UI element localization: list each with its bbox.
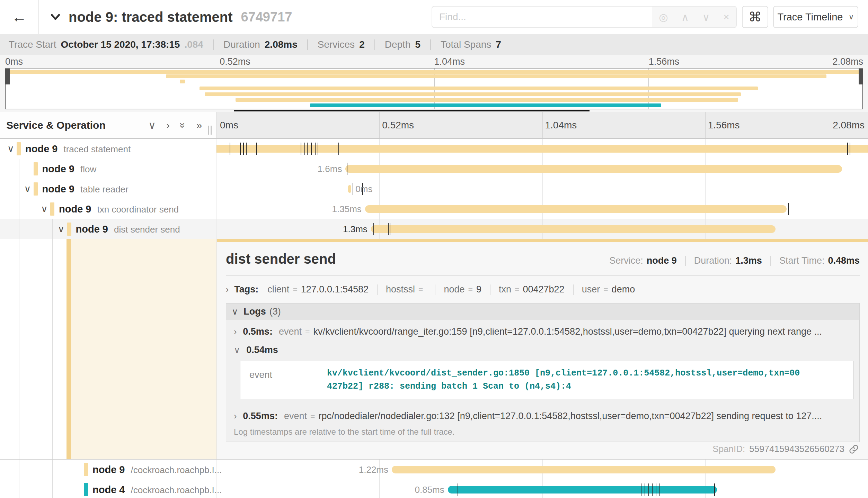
operation-name: table reader — [80, 184, 129, 194]
span-name-cell[interactable]: node 9/cockroach.roachpb.I... — [0, 460, 216, 480]
span-duration-bar[interactable] — [448, 486, 717, 494]
span-name-cell[interactable]: ∨node 9dist sender send — [0, 219, 216, 239]
span-name-cell[interactable]: ∨node 9txn coordinator send — [0, 199, 216, 219]
keyboard-shortcuts-button[interactable]: ⌘ — [742, 6, 768, 28]
span-row: ∨node 9traced statement — [0, 139, 868, 159]
span-id-label: SpanID: — [712, 444, 745, 454]
span-duration-bar[interactable] — [216, 145, 868, 153]
stat-label: Depth — [385, 39, 411, 50]
tree-chevron-icon[interactable]: ∨ — [24, 183, 31, 194]
span-duration-bar[interactable] — [371, 225, 776, 233]
prev-result-icon[interactable]: ∧ — [681, 11, 689, 23]
trace-view-selector[interactable]: Trace Timeline ∨ — [773, 6, 858, 28]
tree-chevron-icon[interactable]: ∨ — [7, 143, 14, 154]
view-range-end-scrubber[interactable] — [859, 69, 863, 84]
logs-header[interactable]: ∨ Logs (3) — [226, 304, 859, 320]
span-color-bar — [84, 483, 88, 496]
find-input[interactable] — [432, 6, 652, 28]
collapse-all-icon[interactable]: » — [177, 122, 189, 128]
span-event-tick — [641, 483, 641, 496]
chevron-right-icon: › — [234, 411, 237, 421]
stat-value: October 15 2020, 17:38:15 — [61, 39, 180, 50]
span-row: node 9flow1.6ms — [0, 159, 868, 179]
span-duration-bar[interactable] — [365, 205, 787, 213]
span-event-tick — [645, 483, 645, 496]
span-name-cell[interactable]: node 4/cockroach.roachpb.I... — [0, 480, 216, 498]
span-duration-bar[interactable] — [392, 466, 776, 473]
timeline-gridline — [542, 112, 543, 138]
logs-footer-note: Log timestamps are relative to the start… — [226, 423, 859, 442]
equals-sign: = — [468, 285, 473, 295]
tag-value: 9 — [476, 284, 481, 295]
stats-separator — [307, 39, 308, 50]
span-event-tick — [304, 143, 305, 155]
collapse-trace-chevron-icon[interactable] — [49, 11, 62, 23]
span-duration-label: 1.6ms — [318, 164, 342, 174]
log-event-detail-box: eventkv/kvclient/kvcoord/dist_sender.go:… — [240, 361, 854, 399]
minimap-span-bar — [6, 70, 862, 74]
span-detail-panel: dist sender send Service:node 9Duration:… — [216, 239, 868, 459]
tags-row[interactable]: › Tags: client=127.0.0.1:54582hostssl=no… — [217, 276, 868, 295]
next-result-icon[interactable]: ∨ — [702, 11, 710, 23]
span-name: node 9traced statement — [25, 143, 131, 155]
indent-guide — [3, 219, 3, 239]
timeline-gridline — [542, 179, 543, 199]
operation-name: txn coordinator send — [97, 204, 179, 215]
tag-key: hostssl — [386, 284, 415, 295]
expand-one-icon[interactable]: › — [166, 119, 170, 131]
minimap-span-bar — [180, 80, 185, 83]
tag-item: hostssl= — [386, 284, 426, 295]
expand-all-icon[interactable]: » — [196, 119, 202, 131]
indent-guide — [36, 199, 36, 219]
stat-item: Depth5 — [385, 39, 420, 50]
indent-guide — [19, 460, 19, 480]
meta-separator — [685, 256, 686, 266]
span-event-tick — [648, 483, 649, 496]
span-name-cell[interactable]: ∨node 9table reader — [0, 179, 216, 199]
find-group: ◎ ∧ ∨ × — [432, 6, 737, 28]
span-event-tick — [246, 143, 247, 155]
log-entry-row[interactable]: ›0.55ms:event=rpc/nodedialer/nodedialer.… — [226, 405, 859, 423]
span-detail-row: dist sender send Service:node 9Duration:… — [0, 239, 868, 460]
span-name-cell[interactable]: node 9flow — [0, 159, 216, 179]
minimap-scrollbar[interactable] — [234, 110, 590, 111]
tag-item: client=127.0.0.1:54582 — [267, 284, 369, 295]
log-entry-row[interactable]: ›0.5ms:event=kv/kvclient/kvcoord/range_i… — [226, 320, 859, 338]
trace-page-header: ← node 9: traced statement 6749717 ◎ ∧ ∨… — [0, 0, 868, 34]
service-operation-title: Service & Operation — [6, 119, 106, 131]
stat-value-suffix: .084 — [184, 39, 203, 50]
locate-icon[interactable]: ◎ — [659, 11, 668, 23]
collapse-one-icon[interactable]: ∨ — [148, 119, 156, 131]
tree-chevron-icon[interactable]: ∨ — [58, 224, 65, 235]
view-range-start-scrubber[interactable] — [5, 69, 10, 84]
span-color-bar-top — [217, 239, 868, 242]
tag-separator — [377, 284, 378, 295]
minimap-canvas[interactable] — [5, 68, 863, 109]
tree-chevron-icon[interactable]: ∨ — [41, 203, 48, 215]
back-button[interactable]: ← — [0, 0, 39, 34]
stat-label: Trace Start — [9, 39, 56, 50]
span-id-value: 5597415943526560273 — [749, 444, 844, 454]
tag-item: user=demo — [582, 284, 635, 295]
log-entry-row-expanded[interactable]: ∨0.54ms — [226, 338, 859, 357]
minimap-tick-labels: 0ms0.52ms1.04ms1.56ms2.08ms — [5, 56, 863, 67]
indent-guide — [36, 480, 36, 498]
log-field-key: event — [279, 326, 302, 337]
clear-search-icon[interactable]: × — [723, 11, 729, 23]
span-color-bar — [84, 463, 88, 476]
column-resize-grabber[interactable] — [208, 126, 212, 135]
chevron-down-icon: ∨ — [234, 345, 240, 355]
minimap-span-bar — [200, 87, 758, 90]
stat-value: 2 — [359, 39, 365, 50]
meta-label: Start Time: — [779, 255, 825, 266]
tags-label: Tags: — [234, 284, 258, 295]
link-icon[interactable] — [849, 444, 859, 454]
indent-guide — [3, 480, 3, 498]
stat-value: 5 — [415, 39, 420, 50]
span-duration-bar[interactable] — [345, 165, 842, 173]
span-name-cell[interactable]: ∨node 9traced statement — [0, 139, 216, 159]
span-duration-bar[interactable] — [348, 185, 351, 193]
timeline-gridline — [379, 179, 380, 199]
logs-count: (3) — [269, 306, 281, 317]
span-event-tick — [230, 143, 230, 155]
